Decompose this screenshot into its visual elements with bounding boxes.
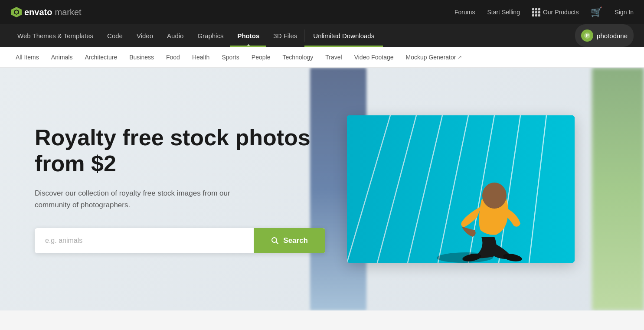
sub-nav-health[interactable]: Health (187, 47, 215, 67)
hero-image-inner (347, 115, 575, 263)
nav-item-graphics[interactable]: Graphics (190, 24, 230, 47)
photodune-label: photodune (597, 32, 628, 39)
top-nav-right: Forums Start Selling Our Products 🛒 Sign… (454, 7, 634, 18)
nav-item-video[interactable]: Video (130, 24, 160, 47)
nav-item-3d-files[interactable]: 3D Files (266, 24, 304, 47)
hero-section: Royalty free stock photos from $2 Discov… (0, 68, 644, 310)
background-image-right (592, 68, 644, 310)
grid-dot (532, 8, 534, 10)
search-box: Search (35, 228, 325, 253)
active-indicator (246, 44, 251, 47)
hero-content: Royalty free stock photos from $2 Discov… (35, 125, 330, 253)
track-svg (347, 115, 575, 263)
sub-nav-business[interactable]: Business (124, 47, 159, 67)
search-icon (271, 237, 279, 245)
start-selling-link[interactable]: Start Selling (487, 9, 520, 16)
sub-nav-travel[interactable]: Travel (320, 47, 347, 67)
sub-nav-mockup-generator[interactable]: Mockup Generator ↗ (401, 47, 467, 67)
external-link-icon: ↗ (458, 54, 462, 60)
nav-item-code[interactable]: Code (100, 24, 130, 47)
grid-dot (535, 8, 537, 10)
main-navigation: Web Themes & Templates Code Video Audio … (0, 24, 644, 47)
sub-nav-video-footage[interactable]: Video Footage (349, 47, 399, 67)
svg-text:P: P (586, 33, 589, 38)
cart-icon[interactable]: 🛒 (591, 7, 602, 18)
grid-dot (535, 11, 537, 13)
grid-dot (538, 11, 540, 13)
envato-logo-icon (10, 6, 23, 18)
search-button[interactable]: Search (254, 228, 325, 253)
our-products-label: Our Products (543, 9, 579, 16)
grid-dot (538, 8, 540, 10)
our-products-menu[interactable]: Our Products (532, 8, 579, 16)
nav-item-web-themes[interactable]: Web Themes & Templates (10, 24, 100, 47)
search-input[interactable] (35, 228, 254, 253)
sub-nav-technology[interactable]: Technology (277, 47, 318, 67)
grid-icon (532, 8, 540, 16)
nav-item-photos[interactable]: Photos (230, 24, 266, 47)
hero-images (340, 68, 644, 310)
hero-title: Royalty free stock photos from $2 (35, 125, 330, 177)
sub-nav-people[interactable]: People (246, 47, 276, 67)
svg-line-6 (276, 242, 278, 244)
logo-envato-text: envato (24, 7, 52, 17)
grid-dot (532, 14, 534, 16)
sign-in-link[interactable]: Sign In (615, 9, 634, 16)
svg-point-19 (482, 183, 507, 209)
unlimited-downloads-item[interactable]: Unlimited Downloads (304, 24, 383, 47)
grid-dot (535, 14, 537, 16)
photodune-logo-svg: P (584, 32, 591, 39)
grid-dot (538, 14, 540, 16)
nav-item-audio[interactable]: Audio (160, 24, 190, 47)
top-navigation: envato market Forums Start Selling Our P… (0, 0, 644, 24)
sub-nav-animals[interactable]: Animals (46, 47, 78, 67)
grid-dot (532, 11, 534, 13)
hero-main-image (347, 115, 575, 263)
sub-nav-sports[interactable]: Sports (216, 47, 244, 67)
svg-rect-15 (347, 115, 575, 263)
logo[interactable]: envato market (10, 6, 82, 18)
sub-navigation: All Items Animals Architecture Business … (0, 47, 644, 68)
photodune-badge[interactable]: P photodune (575, 24, 634, 47)
sub-nav-food[interactable]: Food (161, 47, 185, 67)
sub-nav-all-items[interactable]: All Items (10, 47, 44, 67)
sub-nav-architecture[interactable]: Architecture (79, 47, 122, 67)
photodune-icon: P (581, 29, 593, 42)
logo-market-text: market (55, 7, 81, 17)
forums-link[interactable]: Forums (454, 9, 475, 16)
hero-subtitle: Discover our collection of royalty free … (35, 187, 252, 211)
